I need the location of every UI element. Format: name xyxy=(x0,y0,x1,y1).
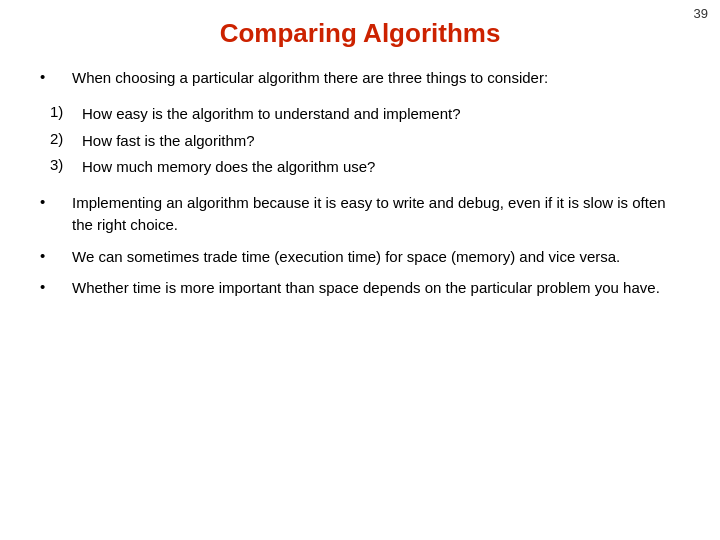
slide-container: Comparing Algorithms • When choosing a p… xyxy=(0,0,720,329)
numbered-marker-2: 2) xyxy=(50,130,82,147)
bullet-text-lower-3: Whether time is more important than spac… xyxy=(72,277,680,299)
bullet-marker-intro: • xyxy=(40,67,72,85)
bullet-text-lower-1: Implementing an algorithm because it is … xyxy=(72,192,680,236)
slide-title: Comparing Algorithms xyxy=(40,18,680,49)
bullet-item-lower-2: • We can sometimes trade time (execution… xyxy=(40,246,680,268)
numbered-item-2: 2) How fast is the algorithm? xyxy=(50,130,680,152)
numbered-marker-3: 3) xyxy=(50,156,82,173)
numbered-marker-1: 1) xyxy=(50,103,82,120)
numbered-section: 1) How easy is the algorithm to understa… xyxy=(40,103,680,178)
bullet-marker-lower-3: • xyxy=(40,277,72,295)
lower-bullets-section: • Implementing an algorithm because it i… xyxy=(40,192,680,299)
numbered-text-3: How much memory does the algorithm use? xyxy=(82,156,680,178)
intro-bullet-section: • When choosing a particular algorithm t… xyxy=(40,67,680,89)
bullet-text-lower-2: We can sometimes trade time (execution t… xyxy=(72,246,680,268)
bullet-marker-lower-2: • xyxy=(40,246,72,264)
numbered-text-2: How fast is the algorithm? xyxy=(82,130,680,152)
bullet-item-intro: • When choosing a particular algorithm t… xyxy=(40,67,680,89)
numbered-item-1: 1) How easy is the algorithm to understa… xyxy=(50,103,680,125)
bullet-marker-lower-1: • xyxy=(40,192,72,210)
page-number: 39 xyxy=(694,6,708,21)
numbered-item-3: 3) How much memory does the algorithm us… xyxy=(50,156,680,178)
numbered-text-1: How easy is the algorithm to understand … xyxy=(82,103,680,125)
bullet-text-intro: When choosing a particular algorithm the… xyxy=(72,67,680,89)
bullet-item-lower-3: • Whether time is more important than sp… xyxy=(40,277,680,299)
bullet-item-lower-1: • Implementing an algorithm because it i… xyxy=(40,192,680,236)
